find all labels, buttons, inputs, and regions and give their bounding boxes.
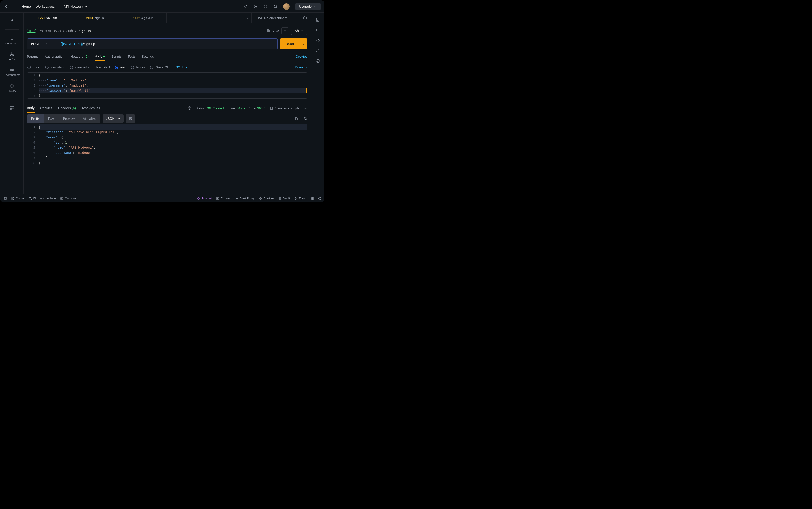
tab-sign-up[interactable]: POST sign-up — [24, 12, 71, 23]
avatar[interactable] — [283, 3, 290, 10]
upgrade-button[interactable]: Upgrade — [295, 3, 321, 10]
chevron-down-icon — [85, 5, 87, 8]
postbot-button[interactable]: Postbot — [197, 197, 212, 200]
save-as-example-button[interactable]: Save as example — [269, 106, 299, 110]
environment-quicklook-icon[interactable] — [299, 12, 311, 23]
api-network-menu[interactable]: API Network — [64, 4, 87, 8]
gear-icon[interactable] — [263, 4, 268, 9]
tab-sign-in[interactable]: POST sign-in — [71, 12, 119, 23]
resp-tab-test-results[interactable]: Test Results — [82, 106, 100, 110]
breadcrumb-folder[interactable]: auth — [66, 29, 73, 33]
home-link[interactable]: Home — [22, 4, 31, 8]
tab-name: sign-in — [95, 16, 104, 20]
url-input[interactable]: {{BASE_URL}}/sign-up — [58, 42, 277, 46]
tab-body[interactable]: Body — [95, 55, 105, 61]
environments-icon — [10, 68, 14, 72]
breadcrumb: Posts API (v.2) / auth / sign-up — [38, 29, 91, 33]
cookies-button[interactable]: Cookies — [259, 197, 274, 200]
sidebar-configure-icon[interactable] — [0, 103, 23, 112]
tab-sign-out[interactable]: POST sign-out — [119, 12, 167, 23]
request-body-editor[interactable]: 1{2····"name": "Ali Madooei",3····"usern… — [27, 72, 307, 99]
tab-scripts[interactable]: Scripts — [111, 55, 122, 58]
nav-forward-icon[interactable] — [12, 5, 17, 8]
online-status[interactable]: Online — [11, 197, 25, 200]
radio-graphql[interactable]: GraphQL — [150, 65, 169, 69]
environment-picker[interactable]: No environment — [251, 12, 299, 23]
invite-icon[interactable] — [254, 4, 258, 9]
response-body-editor[interactable]: 1{2 "message": "You have been signed up!… — [27, 125, 307, 194]
radio-form-data[interactable]: form-data — [45, 65, 64, 69]
tab-headers[interactable]: Headers (9) — [70, 55, 89, 58]
method-select[interactable]: POST — [27, 38, 58, 49]
radio-binary[interactable]: binary — [131, 65, 145, 69]
share-button[interactable]: Share — [291, 27, 307, 35]
find-replace-button[interactable]: Find and replace — [29, 197, 56, 200]
user-icon[interactable] — [0, 15, 23, 25]
svg-rect-7 — [10, 69, 13, 71]
radio-raw[interactable]: raw — [115, 65, 126, 69]
bell-icon[interactable] — [273, 4, 278, 9]
vault-button[interactable]: Vault — [279, 197, 290, 200]
workspaces-menu[interactable]: Workspaces — [35, 4, 59, 8]
sidebar-label: Collections — [5, 42, 19, 44]
sidebar-item-history[interactable]: History — [0, 81, 23, 95]
api-network-label: API Network — [64, 4, 83, 8]
search-response-icon[interactable] — [304, 117, 307, 121]
wrap-lines-icon[interactable] — [126, 114, 135, 123]
code-icon[interactable] — [316, 38, 320, 42]
beautify-button[interactable]: Beautify — [295, 65, 307, 69]
tab-settings[interactable]: Settings — [141, 55, 154, 58]
nav-back-icon[interactable] — [4, 5, 8, 8]
tabs-chevron-icon[interactable] — [246, 16, 249, 20]
sidebar-item-environments[interactable]: Environments — [0, 66, 23, 79]
radio-none[interactable]: none — [27, 65, 40, 69]
tab-tests[interactable]: Tests — [128, 55, 136, 58]
sidebar-item-apis[interactable]: APIs — [0, 50, 23, 63]
resp-tab-cookies[interactable]: Cookies — [40, 106, 52, 110]
resp-tab-headers[interactable]: Headers (6) — [58, 106, 76, 110]
sidebar-item-collections[interactable]: Collections — [0, 34, 23, 47]
tab-authorization[interactable]: Authorization — [44, 55, 64, 58]
tab-params[interactable]: Params — [27, 55, 38, 58]
runner-button[interactable]: Runner — [216, 197, 231, 200]
layout-icon[interactable] — [311, 197, 314, 200]
expand-icon[interactable] — [316, 48, 320, 53]
help-icon[interactable] — [318, 197, 321, 200]
view-raw[interactable]: Raw — [44, 114, 59, 123]
view-preview[interactable]: Preview — [59, 114, 79, 123]
view-pretty[interactable]: Pretty — [27, 114, 44, 123]
copy-icon[interactable] — [294, 117, 298, 121]
radio-urlencoded[interactable]: x-www-form-urlencoded — [70, 65, 110, 69]
environment-label: No environment — [264, 16, 287, 20]
search-icon[interactable] — [244, 4, 248, 9]
cookies-link[interactable]: Cookies — [295, 55, 307, 58]
svg-point-31 — [259, 197, 262, 200]
save-dropdown[interactable] — [282, 27, 289, 34]
documentation-icon[interactable] — [316, 18, 320, 22]
body-format-select[interactable]: JSON — [174, 65, 188, 69]
svg-point-18 — [307, 108, 307, 109]
svg-rect-12 — [10, 108, 11, 109]
resp-tab-body[interactable]: Body — [27, 106, 35, 112]
view-visualize[interactable]: Visualize — [79, 114, 100, 123]
comments-icon[interactable] — [316, 28, 320, 32]
new-tab-button[interactable] — [167, 12, 178, 23]
send-dropdown[interactable] — [300, 38, 307, 49]
history-icon — [10, 84, 14, 88]
chevron-down-icon — [56, 5, 59, 8]
trash-icon — [294, 197, 297, 200]
more-icon[interactable] — [304, 108, 307, 109]
info-icon[interactable] — [316, 59, 320, 63]
response-format-select[interactable]: JSON — [102, 114, 123, 123]
svg-point-32 — [260, 198, 260, 198]
send-button[interactable]: Send — [280, 42, 300, 46]
start-proxy-button[interactable]: Start Proxy — [235, 197, 254, 200]
trash-button[interactable]: Trash — [294, 197, 306, 200]
breadcrumb-collection[interactable]: Posts API (v.2) — [38, 29, 61, 33]
globe-icon[interactable] — [188, 106, 191, 110]
svg-rect-19 — [295, 118, 297, 120]
save-icon — [269, 106, 273, 110]
console-button[interactable]: Console — [60, 197, 76, 200]
panels-icon[interactable] — [3, 197, 7, 200]
save-button[interactable]: Save — [266, 29, 279, 33]
